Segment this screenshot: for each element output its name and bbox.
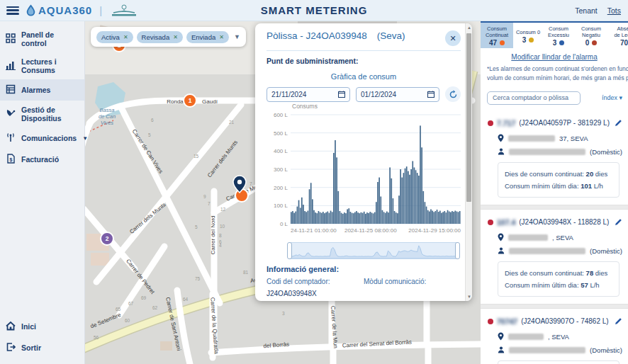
tenant-label[interactable]: Tenant	[575, 6, 598, 15]
sidebar-item-gesti-de-dispositius[interactable]: Gestió de Dispositius	[0, 101, 84, 127]
edit-pencil-icon[interactable]	[615, 216, 622, 229]
house-number: 81	[243, 270, 249, 275]
top-bar: AQUA360 | SMART METERING Tenant Tots	[0, 0, 628, 21]
redacted-address	[508, 234, 548, 241]
map-cluster-marker[interactable]: 2	[101, 232, 113, 245]
house-number: 12	[220, 207, 226, 212]
sidebar-item-panell-de-control[interactable]: Panell de control	[0, 25, 84, 52]
house-number: 7	[249, 181, 252, 186]
consumption-chart: Consums600 L500 L400 L300 L200 L100 L0 L…	[267, 102, 464, 237]
refresh-button[interactable]	[445, 86, 461, 102]
address-text: , SEVA	[548, 333, 569, 341]
calendar-icon[interactable]	[338, 91, 345, 98]
bars-icon	[6, 60, 16, 72]
filter-chip-revisada[interactable]: Revisada✕	[137, 31, 183, 43]
remove-chip-icon[interactable]: ✕	[219, 34, 224, 40]
range-handle-right[interactable]	[455, 242, 460, 259]
pond-label: de Can	[99, 113, 116, 120]
date-to-input[interactable]: 01/12/2024	[356, 87, 439, 102]
person-icon	[498, 247, 505, 256]
chart-range-slider[interactable]	[288, 242, 459, 259]
alarm-card[interactable]: 7.717 (J24OA040597P - 381929 L) 37, SEVA…	[481, 110, 628, 205]
tab-absència-de-lectures[interactable]: Absència de Lectures70	[608, 23, 628, 48]
range-handle-left[interactable]	[287, 242, 292, 259]
antenna-icon	[6, 132, 16, 144]
sidebar-item-facturaci[interactable]: $Facturació	[0, 149, 84, 170]
tab-count: 3	[522, 36, 534, 44]
map-cluster-marker[interactable]: 1	[184, 94, 196, 107]
tab-consum-0[interactable]: Consum 03	[515, 23, 542, 48]
edit-pencil-icon[interactable]	[615, 315, 622, 328]
sidebar-item-alarmes[interactable]: Alarmes	[0, 79, 84, 101]
map-filter-bar: Activa✕Revisada✕Enviada✕▼	[91, 27, 246, 47]
close-icon[interactable]: ✕	[445, 30, 461, 46]
modal-scrollbar[interactable]: ▲ ▼	[465, 23, 472, 301]
meter-code: (J24OA039907O - 74862 L)	[521, 317, 608, 325]
tab-consum-continuat[interactable]: Consum Continuat47	[481, 23, 513, 48]
modal-title-area: (Seva)	[377, 30, 405, 41]
list-divider	[481, 304, 628, 309]
pond-label: Vives	[101, 120, 113, 126]
house-number: 3	[282, 311, 285, 316]
status-dot	[559, 40, 564, 45]
filter-chip-enviada[interactable]: Enviada✕	[186, 31, 229, 43]
flow-line: Consum mínim últim dia: 101 L/h	[505, 180, 612, 192]
location-pin-icon	[498, 233, 504, 243]
sidebar-item-comunicacions[interactable]: Comunicacions▼	[0, 127, 84, 149]
tab-consum-negatiu[interactable]: Consum Negatiu0	[576, 23, 607, 48]
tab-consum-excessiu[interactable]: Consum Excessiu3	[543, 23, 574, 48]
chips-dropdown-caret[interactable]: ▼	[234, 33, 240, 40]
menu-icon[interactable]	[6, 6, 19, 15]
logout-icon	[6, 342, 16, 353]
municipality-logo	[108, 4, 140, 18]
refresh-icon	[449, 90, 458, 99]
sidebar-item-inici[interactable]: Inici	[0, 316, 84, 337]
y-tick-label: 0 L	[280, 221, 288, 227]
scrollbar-thumb[interactable]	[466, 33, 471, 202]
modify-threshold-link[interactable]: Modificar llindar de l'alarma	[481, 53, 628, 61]
tab-label: Consum Negatiu	[581, 25, 601, 38]
policy-detail-modal: Pòlissa - J24OA039948(Seva) ✕ Punt de su…	[255, 23, 472, 301]
redacted-meter-id: 107.4	[497, 218, 515, 227]
info-field-label: Mòdul comunicació:	[364, 278, 461, 285]
contract-type: (Domèstic)	[590, 346, 622, 354]
alarm-detail-box: Dies de consum continuat: 73 dies Consum…	[498, 360, 619, 364]
redacted-meter-id: 7.717	[497, 119, 515, 127]
sidebar-item-sortir[interactable]: Sortir	[0, 337, 84, 358]
street-label: Gaudí	[202, 98, 218, 105]
tenant-selector-link[interactable]: Tots	[607, 6, 621, 15]
brand-logo[interactable]: AQUA360	[26, 4, 92, 16]
dish-icon	[6, 108, 16, 120]
street-label: Carrer del Nord	[210, 215, 216, 254]
house-number: 60	[125, 318, 130, 323]
map-building	[160, 341, 172, 351]
supply-point-label: Punt de subministrament:	[267, 57, 461, 65]
remove-chip-icon[interactable]: ✕	[123, 34, 128, 40]
edit-pencil-icon[interactable]	[615, 117, 622, 130]
table-icon	[6, 84, 16, 96]
app-window: RondaGaudíCarrer de Can VivesCarrer dels…	[0, 0, 628, 364]
list-divider	[481, 205, 628, 210]
sidebar-item-label: Gestió de Dispositius	[21, 106, 79, 123]
chip-label: Enviada	[191, 33, 215, 41]
remove-chip-icon[interactable]: ✕	[173, 34, 178, 40]
person-icon	[498, 148, 505, 157]
status-dot	[592, 40, 597, 45]
x-tick-label: 2024-11-25 08:00:00	[344, 227, 397, 234]
location-pin-icon	[498, 134, 504, 144]
sidebar-item-lectures-i-consums[interactable]: Lectures i Consums	[0, 52, 84, 79]
sort-dropdown[interactable]: índex ▾	[602, 94, 622, 101]
calendar-icon[interactable]	[427, 91, 434, 98]
general-info-heading: Informació general:	[267, 265, 461, 273]
sidebar-item-label: Facturació	[21, 155, 59, 164]
alarm-card[interactable]: 70747 (J24OA039907O - 74862 L) , SEVA (D…	[481, 309, 628, 364]
filter-chip-activa[interactable]: Activa✕	[96, 31, 133, 43]
redacted-name	[509, 248, 585, 254]
brand-divider: |	[99, 4, 102, 16]
x-tick-label: 2024-11-29 15:00:00	[408, 227, 461, 234]
alarm-card[interactable]: 107.4 (J24OA039948X - 118828 L) , SEVA (…	[481, 210, 628, 304]
house-number: 5	[148, 132, 151, 137]
search-input[interactable]: Cerca comptador o pòlissa	[487, 91, 581, 105]
chip-label: Activa	[101, 33, 120, 41]
date-from-input[interactable]: 21/11/2024	[267, 87, 350, 102]
